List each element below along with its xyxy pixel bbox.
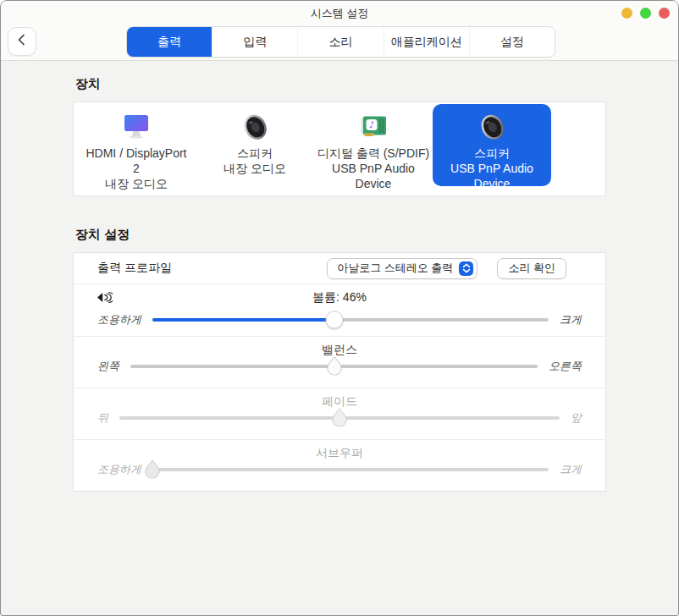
- output-profile-row: 출력 프로파일 아날로그 스테레오 출력 소리 확인: [74, 253, 605, 283]
- tab-bar: 출력 입력 소리 애플리케이션 설정: [126, 26, 555, 58]
- titlebar: 시스템 설정: [1, 1, 678, 25]
- tab-sound[interactable]: 소리: [297, 27, 383, 57]
- subwoofer-min-label: 조용하게: [97, 462, 141, 477]
- balance-left-label: 왼쪽: [97, 359, 119, 374]
- tab-output[interactable]: 출력: [127, 27, 212, 57]
- volume-slider[interactable]: [152, 310, 549, 330]
- chevron-left-icon: [16, 33, 28, 50]
- volume-value-label: 볼륨: 46%: [97, 290, 582, 305]
- device-settings-panel: 출력 프로파일 아날로그 스테레오 출력 소리 확인: [73, 252, 606, 492]
- device-card-speakers-usb[interactable]: 스피커 USB PnP Audio Device: [433, 104, 551, 186]
- test-sound-button[interactable]: 소리 확인: [497, 258, 566, 279]
- window-title: 시스템 설정: [1, 1, 678, 25]
- tab-input[interactable]: 입력: [212, 27, 297, 57]
- traffic-lights: [621, 8, 670, 19]
- monitor-icon: [119, 109, 153, 143]
- volume-slider-thumb[interactable]: [326, 311, 344, 329]
- volume-row: 볼륨: 46% 조용하게 크게: [74, 283, 605, 336]
- balance-slider-thumb[interactable]: [326, 356, 343, 376]
- balance-slider[interactable]: [130, 356, 538, 377]
- subwoofer-slider: [152, 459, 549, 480]
- tab-applications[interactable]: 애플리케이션: [384, 27, 469, 57]
- tab-applications-label: 애플리케이션: [391, 35, 462, 50]
- device-label: 스피커 내장 오디오: [224, 146, 286, 176]
- system-settings-window: 시스템 설정 출력 입력 소리 애플리케이션 설정 장치: [0, 0, 679, 616]
- window-header: 시스템 설정 출력 입력 소리 애플리케이션 설정: [1, 1, 678, 61]
- maximize-button[interactable]: [640, 8, 651, 19]
- speaker-wave-icon: [96, 291, 113, 307]
- balance-right-label: 오른쪽: [549, 359, 582, 374]
- device-label: 디지털 출력 (S/PDIF) USB PnP Audio Device: [317, 146, 429, 191]
- device-label: HDMI / DisplayPort 2 내장 오디오: [86, 146, 186, 191]
- output-profile-dropdown[interactable]: 아날로그 스테레오 출력: [327, 258, 478, 279]
- device-card-hdmi-displayport[interactable]: HDMI / DisplayPort 2 내장 오디오: [77, 104, 196, 186]
- content-area: 장치 HDMI / DisplayPort 2 내장 오디오: [1, 62, 678, 615]
- devices-heading: 장치: [75, 76, 678, 92]
- fade-row: 페이드 뒤 앞: [74, 388, 605, 439]
- tab-output-label: 출력: [157, 35, 181, 50]
- fade-slider-thumb: [331, 408, 348, 427]
- tab-sound-label: 소리: [329, 35, 353, 50]
- device-card-speakers-builtin[interactable]: 스피커 내장 오디오: [196, 104, 314, 186]
- subwoofer-row: 서브우퍼 조용하게 크게: [74, 439, 605, 491]
- device-list: HDMI / DisplayPort 2 내장 오디오: [73, 102, 606, 196]
- minimize-button[interactable]: [621, 8, 632, 19]
- fade-slider: [119, 408, 560, 428]
- volume-max-label: 크게: [560, 312, 582, 327]
- slider-fill: [152, 318, 334, 322]
- soundcard-icon: ♪: [356, 109, 390, 143]
- device-label: 스피커 USB PnP Audio Device: [450, 146, 533, 191]
- subwoofer-max-label: 크게: [560, 462, 582, 477]
- updown-chevrons-icon: [459, 261, 473, 276]
- device-settings-heading: 장치 설정: [75, 227, 678, 243]
- device-card-spdif[interactable]: ♪ 디지털 출력 (S/PDIF) USB PnP Audio Device: [314, 104, 433, 186]
- tab-settings-label: 설정: [500, 35, 524, 50]
- slider-track: [152, 468, 549, 471]
- close-button[interactable]: [659, 8, 670, 19]
- fade-rear-label: 뒤: [97, 410, 108, 426]
- output-profile-value: 아날로그 스테레오 출력: [337, 261, 453, 276]
- subwoofer-slider-thumb: [144, 459, 161, 479]
- back-button[interactable]: [8, 27, 36, 56]
- speaker-icon: [238, 109, 272, 143]
- balance-row: 밸런스 왼쪽 오른쪽: [74, 336, 605, 388]
- svg-text:♪: ♪: [369, 119, 375, 129]
- tab-input-label: 입력: [243, 35, 267, 50]
- volume-min-label: 조용하게: [97, 312, 141, 327]
- speaker-icon: [475, 109, 509, 143]
- fade-front-label: 앞: [571, 410, 582, 426]
- tab-settings[interactable]: 설정: [469, 27, 555, 57]
- output-profile-label: 출력 프로파일: [97, 261, 327, 276]
